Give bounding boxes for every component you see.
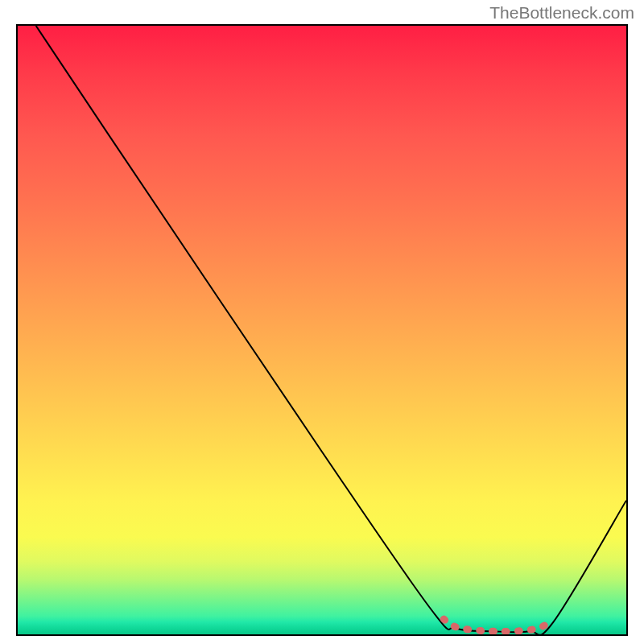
chart-svg [18,26,626,634]
main-curve [36,26,626,634]
watermark-text: TheBottleneck.com [489,3,634,23]
chart-container [16,24,628,636]
